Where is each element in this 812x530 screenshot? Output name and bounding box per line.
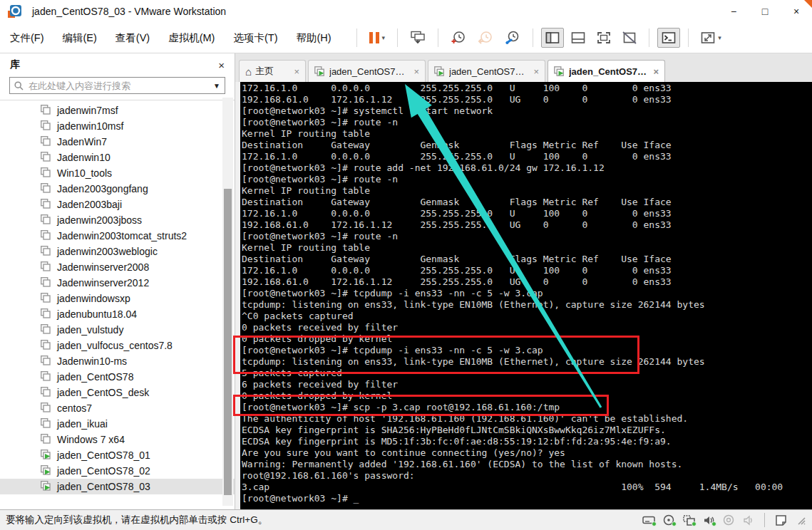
vm-name: Jadenwinserver2008 — [57, 261, 149, 273]
vm-name: jadenwin7msf — [57, 105, 118, 116]
resize-grip[interactable] — [793, 514, 808, 526]
tab-close-icon[interactable]: × — [294, 66, 299, 77]
tab-close-icon[interactable]: × — [653, 66, 659, 77]
sidebar-item-jaden-ikuai[interactable]: jaden_ikuai — [0, 416, 235, 432]
sidebar-item-jaden-centos78-03[interactable]: jaden_CentOS78_03 — [0, 479, 235, 494]
sidebar-item-jaden-centos78[interactable]: jaden_CentOS78 — [0, 369, 235, 385]
sidebar-item-jaden-vulstudy[interactable]: jaden_vulstudy — [0, 322, 235, 338]
vm-off-icon — [41, 261, 52, 273]
vm-name: jadenwindowsxp — [57, 293, 130, 304]
sidebar-item-jaden-centos-desk[interactable]: jaden_CentOS_desk — [0, 385, 235, 400]
toolbar-separator — [438, 28, 438, 47]
console-icon — [662, 31, 676, 44]
maximize-button[interactable]: □ — [749, 0, 781, 23]
sidebar-item-jaden-centos78-01[interactable]: jaden_CentOS78_01 — [0, 447, 235, 463]
minimize-button[interactable]: − — [718, 0, 749, 23]
usb-device-icon[interactable] — [721, 514, 736, 526]
sidebar-item-windows-7-x64[interactable]: Windows 7 x64 — [0, 432, 235, 447]
tab-label: 主页 — [255, 65, 289, 78]
corner-accent — [804, 0, 812, 8]
terminal-output: 172.16.1.0 0.0.0.0 255.255.255.0 U 100 0… — [240, 82, 812, 504]
tab-home[interactable]: ⌂ 主页 × — [239, 60, 306, 82]
vm-name: jaden_CentOS78_01 — [57, 450, 150, 461]
chevron-down-icon[interactable]: ▾ — [718, 34, 721, 41]
sidebar-item-jaden-vulfocus-centos7.8[interactable]: jaden_vulfocus_centos7.8 — [0, 338, 235, 353]
sidebar-item-jadenwinserver2008[interactable]: Jadenwinserver2008 — [0, 259, 235, 275]
revert-snapshot-button[interactable] — [473, 27, 498, 48]
menu-help[interactable]: 帮助(H) — [296, 31, 331, 45]
vm-name: jaden_ikuai — [57, 418, 108, 430]
sidebar-item-jadenwin10msf[interactable]: jadenwin10msf — [0, 118, 235, 134]
sidebar-item-jadenwin10[interactable]: Jadenwin10 — [0, 150, 235, 165]
vm-off-icon — [41, 167, 52, 179]
menu-vm[interactable]: 虚拟机(M) — [168, 31, 215, 45]
speaker-muted-icon[interactable] — [741, 514, 756, 526]
vm-off-icon — [41, 340, 52, 351]
sidebar-item-jadenwin2003weblogic[interactable]: jadenwin2003weblogic — [0, 244, 235, 259]
sidebar-item-jadenwinserver2012[interactable]: Jadenwinserver2012 — [0, 275, 235, 291]
vm-console-screen[interactable]: 172.16.1.0 0.0.0.0 255.255.255.0 U 100 0… — [240, 82, 812, 509]
sidebar-item-win10-tools[interactable]: Win10_tools — [0, 165, 235, 181]
tab-close-icon[interactable]: × — [413, 66, 419, 77]
chevron-down-icon[interactable]: ▾ — [382, 34, 386, 41]
sidebar-item-jadenubuntu18.04[interactable]: jadenubuntu18.04 — [0, 306, 235, 322]
vm-name: jadenwin2003weblogic — [57, 246, 158, 257]
enter-fullscreen-button[interactable] — [592, 28, 615, 48]
library-title: 库 — [10, 58, 20, 71]
vm-name: jadenwin2003jboss — [57, 214, 142, 226]
network-adapter-icon[interactable] — [682, 514, 696, 526]
sidebar-item-jadenwin7[interactable]: JadenWin7 — [0, 134, 235, 150]
show-thumbnail-bar-button[interactable] — [567, 28, 590, 48]
library-close-icon[interactable]: × — [218, 59, 225, 71]
vm-off-icon — [41, 105, 52, 116]
send-ctrl-alt-del-button[interactable] — [406, 27, 430, 48]
sidebar-item-jadenwin7msf[interactable]: jadenwin7msf — [0, 103, 235, 118]
toolbar-separator — [397, 28, 398, 47]
vm-name: jaden_CentOS78_02 — [57, 465, 150, 477]
take-snapshot-button[interactable] — [446, 27, 471, 48]
library-search-box[interactable]: ▼ — [9, 77, 225, 94]
vm-off-icon — [41, 183, 52, 194]
vm-off-icon — [41, 418, 52, 430]
menu-tabs[interactable]: 选项卡(T) — [233, 31, 277, 45]
search-input[interactable] — [29, 80, 210, 91]
unity-mode-button[interactable] — [618, 28, 641, 48]
sidebar-item-jadenwin2003jboss[interactable]: jadenwin2003jboss — [0, 212, 235, 228]
vm-name: Jadenwin2003tomcat_struts2 — [57, 230, 187, 241]
manage-snapshots-button[interactable] — [500, 27, 525, 48]
console-view-button[interactable] — [657, 28, 680, 48]
message-log-icon[interactable] — [774, 514, 788, 526]
vm-off-icon — [41, 136, 52, 147]
tab-jaden-centos78-02[interactable]: jaden_CentOS78_02 × — [428, 60, 545, 82]
tab-close-icon[interactable]: × — [533, 66, 539, 77]
sidebar-item-jaden-centos78-02[interactable]: jaden_CentOS78_02 — [0, 463, 235, 479]
sidebar-item-jaden2003gongfang[interactable]: Jaden2003gongfang — [0, 181, 235, 197]
tab-jaden-centos78-01[interactable]: jaden_CentOS78_01 × — [308, 60, 426, 82]
search-dropdown-icon[interactable]: ▼ — [213, 82, 220, 90]
sound-icon[interactable] — [701, 514, 716, 526]
sidebar-scrollbar[interactable] — [222, 98, 233, 506]
sidebar-item-jadenwin10-ms[interactable]: Jadenwin10-ms — [0, 353, 235, 369]
sidebar-scrollbar-thumb[interactable] — [224, 189, 232, 495]
pause-button[interactable]: ▾ — [365, 28, 390, 47]
tab-jaden-centos78-03[interactable]: jaden_CentOS78_03 × — [548, 60, 665, 82]
toolbar-separator — [649, 28, 649, 47]
sidebar-item-jadenwindowsxp[interactable]: jadenwindowsxp — [0, 291, 235, 306]
menu-view[interactable]: 查看(V) — [115, 31, 150, 45]
sidebar-item-centos7[interactable]: centos7 — [0, 400, 235, 416]
sidebar-item-jaden2003baji[interactable]: Jaden2003baji — [0, 197, 235, 212]
menu-file[interactable]: 文件(F) — [10, 31, 44, 45]
snapshot-revert-icon — [478, 31, 493, 45]
show-library-button[interactable] — [541, 28, 564, 48]
vm-name: Jadenwinserver2012 — [57, 277, 149, 289]
vm-name: Jadenwin10-ms — [57, 355, 127, 367]
vm-off-icon — [41, 324, 52, 336]
vm-name: jaden_vulfocus_centos7.8 — [57, 340, 173, 351]
hard-disk-icon[interactable] — [642, 514, 656, 526]
cd-dvd-icon[interactable] — [662, 514, 676, 526]
sidebar-item-jadenwin2003tomcat-struts2[interactable]: Jadenwin2003tomcat_struts2 — [0, 228, 235, 244]
fit-guest-button[interactable]: ▾ — [697, 28, 726, 48]
tab-label: jaden_CentOS78_03 — [569, 66, 649, 77]
menu-edit[interactable]: 编辑(E) — [63, 31, 97, 45]
toolbar-separator — [533, 28, 533, 47]
